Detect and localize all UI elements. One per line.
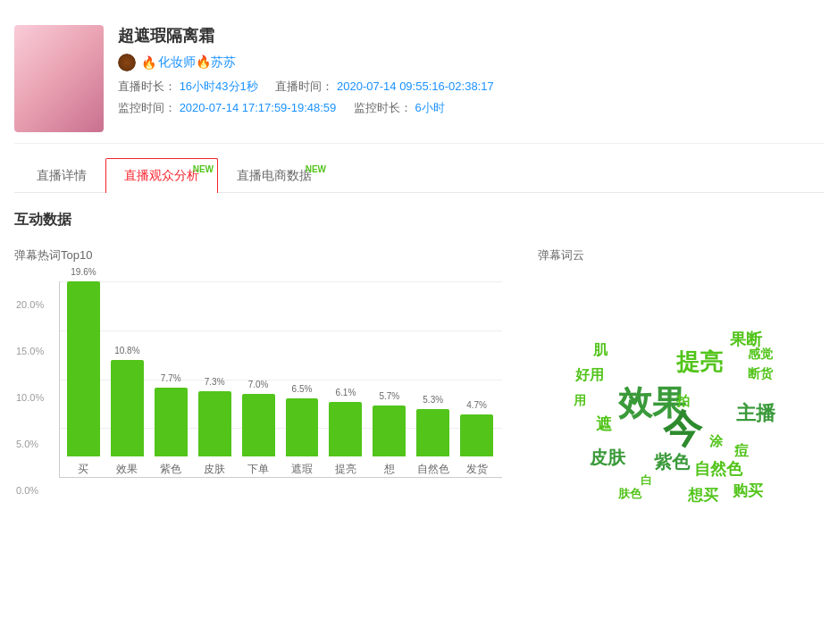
bar: 4.7% xyxy=(460,414,493,456)
bar-value-label: 5.7% xyxy=(379,391,399,401)
word-cloud-item: 今 xyxy=(663,407,702,450)
bar-x-label: 想 xyxy=(384,462,395,477)
streamer-avatar-icon xyxy=(118,54,136,71)
word-cloud-item: 拍 xyxy=(676,394,690,409)
tab-ecommerce[interactable]: 直播电商数据 NEW xyxy=(218,158,331,193)
y-axis: 20.0% 15.0% 10.0% 5.0% 0.0% xyxy=(16,299,44,496)
bar: 10.8% xyxy=(111,360,144,456)
bar-x-label: 发货 xyxy=(466,462,488,477)
bar-x-label: 紫色 xyxy=(160,462,181,477)
streamer-row: 🔥 化妆师🔥苏苏 xyxy=(118,54,824,71)
bar-value-label: 7.3% xyxy=(205,377,225,387)
live-time-value: 2020-07-14 09:55:16-02:38:17 xyxy=(337,79,494,93)
live-duration-value: 16小时43分1秒 xyxy=(180,79,258,93)
word-cloud-item: 紫色 xyxy=(654,452,690,472)
monitor-duration-label: 监控时长： xyxy=(354,101,412,114)
bar-item: 7.7%紫色 xyxy=(155,280,188,477)
bar-chart-subtitle: 弹幕热词Top10 xyxy=(14,247,502,263)
word-cloud-item: 白 xyxy=(641,474,652,487)
bar-value-label: 7.0% xyxy=(248,380,269,389)
monitor-duration-value: 6小时 xyxy=(415,101,445,114)
bar-value-label: 7.7% xyxy=(161,373,181,383)
word-cloud-item: 购买 xyxy=(733,483,763,500)
charts-row: 弹幕热词Top10 19.6%买10.8%效果7.7%紫色7.3%皮肤7.0%下… xyxy=(14,247,824,528)
wordcloud-block: 弹幕词云 效果今提亮果断肌好用皮肤主播遮紫色自然色痘拍涂想买购买用肤色断货感觉白 xyxy=(538,247,824,528)
monitor-time-value: 2020-07-14 17:17:59-19:48:59 xyxy=(180,101,337,114)
y-label-4: 20.0% xyxy=(16,299,44,310)
main-content: 互动数据 弹幕热词Top10 19.6%买10.8%效果7.7%紫色7.3%皮肤… xyxy=(14,193,824,546)
fire-icon: 🔥 xyxy=(141,55,156,70)
word-cloud-item: 涂 xyxy=(709,434,723,449)
bar-x-label: 遮瑕 xyxy=(291,462,313,477)
tab-detail[interactable]: 直播详情 xyxy=(18,158,105,193)
bar-value-label: 5.3% xyxy=(423,395,443,405)
streamer-name[interactable]: 化妆师🔥苏苏 xyxy=(158,54,236,71)
word-cloud-item: 自然色 xyxy=(694,461,742,479)
monitor-time-row: 监控时间： 2020-07-14 17:17:59-19:48:59 监控时长：… xyxy=(118,100,824,116)
bar-x-label: 下单 xyxy=(247,462,269,477)
bar-item: 6.1%提亮 xyxy=(329,280,362,477)
bar-value-label: 10.8% xyxy=(114,346,139,355)
word-cloud-item: 主播 xyxy=(736,403,775,424)
bar: 7.7% xyxy=(155,388,188,456)
bar-x-label: 皮肤 xyxy=(204,462,225,477)
bar: 5.7% xyxy=(373,406,406,456)
tab-ecommerce-badge: NEW xyxy=(306,164,326,174)
y-label-1: 5.0% xyxy=(16,439,44,449)
tab-bar: 直播详情 直播观众分析 NEW 直播电商数据 NEW xyxy=(14,158,824,193)
bar-value-label: 4.7% xyxy=(466,400,487,410)
word-cloud-item: 痘 xyxy=(734,443,749,459)
live-duration-label: 直播时长： xyxy=(118,79,176,93)
bar: 7.0% xyxy=(242,394,275,456)
bar-x-label: 提亮 xyxy=(335,462,356,477)
avatar xyxy=(14,25,104,132)
word-cloud-item: 想买 xyxy=(688,488,718,505)
word-cloud-item: 肌 xyxy=(593,342,608,358)
word-cloud-item: 肤色 xyxy=(618,488,641,500)
word-cloud-item: 皮肤 xyxy=(590,447,625,467)
bar-item: 4.7%发货 xyxy=(460,280,493,477)
bar-value-label: 19.6% xyxy=(71,267,96,277)
wordcloud-subtitle: 弹幕词云 xyxy=(538,247,824,263)
live-time-label: 直播时间： xyxy=(275,79,333,93)
word-cloud-item: 断货 xyxy=(748,367,773,381)
word-cloud-item: 好用 xyxy=(575,367,604,383)
word-cloud-item: 提亮 xyxy=(676,349,723,375)
tab-audience-badge: NEW xyxy=(193,164,214,174)
bar-chart-container: 19.6%买10.8%效果7.7%紫色7.3%皮肤7.0%下单6.5%遮瑕6.1… xyxy=(59,281,502,478)
bar-chart-block: 弹幕热词Top10 19.6%买10.8%效果7.7%紫色7.3%皮肤7.0%下… xyxy=(14,247,502,528)
bar-x-label: 效果 xyxy=(116,462,138,477)
tab-audience[interactable]: 直播观众分析 NEW xyxy=(105,158,218,193)
word-cloud-item: 感觉 xyxy=(748,347,773,361)
wordcloud: 效果今提亮果断肌好用皮肤主播遮紫色自然色痘拍涂想买购买用肤色断货感觉白 xyxy=(538,278,806,528)
bar-item: 19.6%买 xyxy=(67,280,100,477)
bar-value-label: 6.5% xyxy=(292,384,313,394)
live-duration-row: 直播时长： 16小时43分1秒 直播时间： 2020-07-14 09:55:1… xyxy=(118,79,824,95)
bar-value-label: 6.1% xyxy=(335,388,356,397)
bar-item: 5.7%想 xyxy=(373,280,406,477)
bar: 19.6% xyxy=(67,281,100,456)
page-title: 超遮瑕隔离霜 xyxy=(118,25,824,46)
word-cloud-item: 用 xyxy=(574,394,586,407)
header-info: 超遮瑕隔离霜 🔥 化妆师🔥苏苏 直播时长： 16小时43分1秒 直播时间： 20… xyxy=(118,25,824,121)
bar: 5.3% xyxy=(416,409,449,456)
y-label-2: 10.0% xyxy=(16,392,44,403)
section-title: 互动数据 xyxy=(14,211,824,230)
bar-item: 7.0%下单 xyxy=(242,280,275,477)
bar-item: 7.3%皮肤 xyxy=(198,280,231,477)
bar-item: 10.8%效果 xyxy=(111,280,144,477)
monitor-time-label: 监控时间： xyxy=(118,101,176,114)
y-label-0: 0.0% xyxy=(16,485,44,496)
bar-x-label: 买 xyxy=(78,462,88,477)
bar: 7.3% xyxy=(198,391,231,456)
y-label-3: 15.0% xyxy=(16,346,44,356)
header-section: 超遮瑕隔离霜 🔥 化妆师🔥苏苏 直播时长： 16小时43分1秒 直播时间： 20… xyxy=(14,14,824,144)
bar: 6.1% xyxy=(329,402,362,456)
bar-item: 5.3%自然色 xyxy=(416,280,449,477)
word-cloud-item: 遮 xyxy=(596,416,612,434)
page-container: 超遮瑕隔离霜 🔥 化妆师🔥苏苏 直播时长： 16小时43分1秒 直播时间： 20… xyxy=(0,0,838,644)
bar-chart: 19.6%买10.8%效果7.7%紫色7.3%皮肤7.0%下单6.5%遮瑕6.1… xyxy=(59,281,502,478)
bar-item: 6.5%遮瑕 xyxy=(286,280,319,477)
bar: 6.5% xyxy=(286,398,319,456)
bar-x-label: 自然色 xyxy=(417,462,449,477)
